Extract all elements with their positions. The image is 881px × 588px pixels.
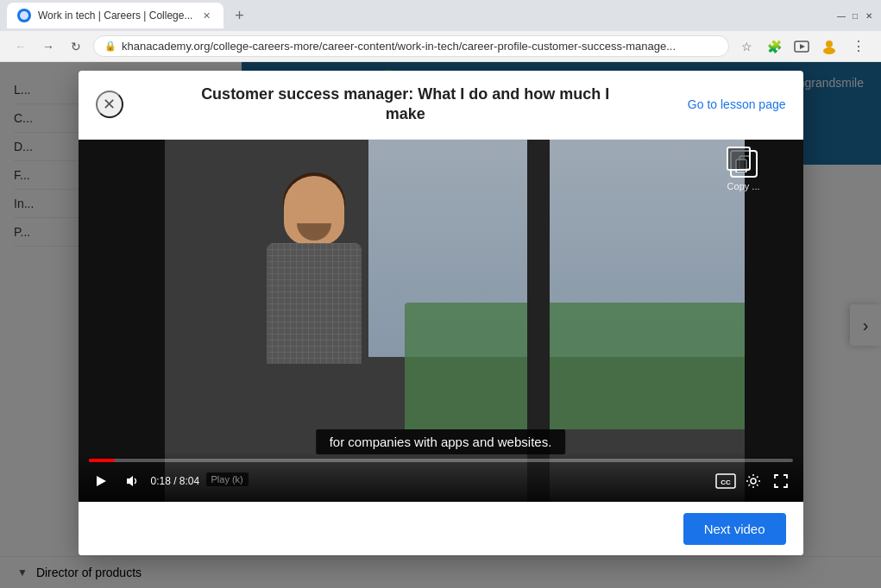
controls-right: CC xyxy=(714,469,793,493)
copy-label: Copy ... xyxy=(727,181,760,191)
active-tab[interactable]: Work in tech | Careers | College... ✕ xyxy=(7,3,223,28)
person-head xyxy=(284,176,344,245)
url-bar[interactable]: 🔒 khanacademy.org/college-careers-more/c… xyxy=(93,35,729,57)
volume-button[interactable] xyxy=(120,469,144,493)
video-modal: ✕ Customer success manager: What I do an… xyxy=(79,71,803,555)
lock-icon: 🔒 xyxy=(104,41,116,52)
maximize-button[interactable]: □ xyxy=(850,10,860,21)
modal-header: ✕ Customer success manager: What I do an… xyxy=(79,71,803,140)
browser-chrome: Work in tech | Careers | College... ✕ + … xyxy=(0,0,881,62)
svg-text:CC: CC xyxy=(721,479,731,486)
video-controls: 0:18 / 8:04 CC xyxy=(79,452,803,502)
modal-overlay: ✕ Customer success manager: What I do an… xyxy=(0,62,881,588)
close-button[interactable]: ✕ xyxy=(864,10,874,21)
svg-marker-10 xyxy=(127,476,133,486)
svg-marker-9 xyxy=(97,476,106,486)
play-button[interactable] xyxy=(89,469,113,493)
copy-icon xyxy=(730,150,758,178)
progress-fill xyxy=(89,459,115,462)
bookmark-button[interactable]: ☆ xyxy=(736,36,757,57)
person-beard xyxy=(297,223,331,241)
tab-close-button[interactable]: ✕ xyxy=(199,9,213,22)
address-bar: ← → ↻ 🔒 khanacademy.org/college-careers-… xyxy=(0,31,881,62)
website-background: Courses ▾ Search 🔍 K Khan Academy Donate… xyxy=(0,62,881,588)
progress-bar[interactable] xyxy=(89,459,793,462)
profile-button[interactable] xyxy=(819,36,840,57)
modal-footer: Next video xyxy=(79,502,803,555)
svg-point-3 xyxy=(826,41,833,47)
next-video-button[interactable]: Next video xyxy=(683,513,786,545)
dark-panel-right xyxy=(745,140,802,502)
fullscreen-button[interactable] xyxy=(769,469,793,493)
svg-point-4 xyxy=(823,47,835,54)
person-body xyxy=(267,243,362,364)
window-controls: — □ ✕ xyxy=(836,10,874,21)
new-tab-button[interactable]: + xyxy=(227,3,251,28)
svg-rect-7 xyxy=(739,156,750,169)
url-text: khanacademy.org/college-careers-more/car… xyxy=(122,40,718,53)
time-display: 0:18 / 8:04 xyxy=(151,475,200,487)
video-player: Copy ... for companies with apps and web… xyxy=(79,140,803,502)
svg-point-13 xyxy=(751,479,756,484)
controls-row: 0:18 / 8:04 CC xyxy=(89,469,793,493)
person-shirt-pattern xyxy=(267,243,362,364)
extensions-button[interactable]: 🧩 xyxy=(764,36,784,57)
person-figure xyxy=(151,176,477,447)
media-button[interactable] xyxy=(791,36,812,57)
svg-rect-8 xyxy=(736,160,746,172)
modal-title: Customer success manager: What I do and … xyxy=(123,84,688,125)
forward-button[interactable]: → xyxy=(38,36,59,57)
tab-title: Work in tech | Careers | College... xyxy=(38,9,192,22)
title-bar: Work in tech | Careers | College... ✕ + … xyxy=(0,0,881,31)
modal-close-button[interactable]: ✕ xyxy=(96,91,123,118)
svg-marker-2 xyxy=(800,44,805,49)
browser-menu-button[interactable]: ⋮ xyxy=(846,34,871,59)
copy-button[interactable]: Copy ... xyxy=(727,150,760,191)
svg-point-0 xyxy=(20,11,28,20)
lesson-page-link[interactable]: Go to lesson page xyxy=(688,97,786,111)
settings-button[interactable] xyxy=(741,469,765,493)
back-button[interactable]: ← xyxy=(10,36,31,57)
video-subtitle: for companies with apps and websites. xyxy=(316,429,566,454)
cc-button[interactable]: CC xyxy=(714,469,738,493)
minimize-button[interactable]: — xyxy=(836,10,846,21)
refresh-button[interactable]: ↻ xyxy=(66,36,86,57)
tab-favicon xyxy=(17,9,31,22)
